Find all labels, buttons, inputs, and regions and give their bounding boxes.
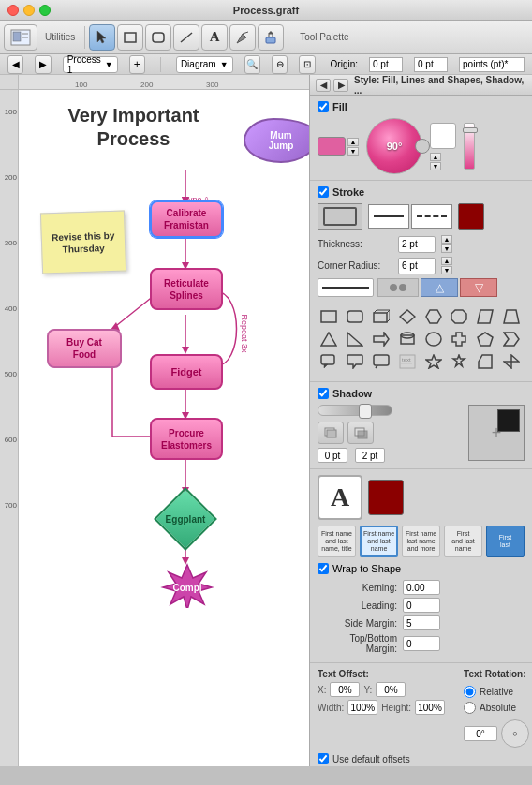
- stroke-checkbox[interactable]: [318, 186, 329, 198]
- view-select[interactable]: Diagram▼: [176, 56, 233, 73]
- text-thumb-1[interactable]: First nameand lastname, title: [318, 526, 356, 557]
- nav-forward[interactable]: ▶: [35, 55, 51, 74]
- compl-container[interactable]: Compl: [150, 563, 225, 608]
- relative-radio[interactable]: [464, 686, 476, 698]
- thickness-stepper[interactable]: ▲ ▼: [441, 235, 452, 253]
- pen-tool[interactable]: [229, 24, 256, 51]
- nav-back[interactable]: ◀: [7, 55, 23, 74]
- shape-callout2[interactable]: [344, 351, 366, 372]
- sticky-note[interactable]: Revise this by Thursday: [40, 210, 126, 274]
- line-style-dropdown[interactable]: [318, 278, 374, 297]
- wrap-checkbox[interactable]: [318, 563, 329, 574]
- kerning-value[interactable]: 0.00: [403, 580, 440, 595]
- fill-white-swatch[interactable]: [430, 123, 456, 149]
- calibrate-shape[interactable]: Calibrate Framistan: [150, 200, 223, 238]
- page-add[interactable]: +: [129, 55, 145, 74]
- shape-rounded-rect[interactable]: [344, 306, 366, 327]
- shape-trapezoid[interactable]: [500, 306, 523, 327]
- text-thumb-3[interactable]: First namelast nameand more: [402, 526, 440, 557]
- shape-callout3[interactable]: [370, 351, 392, 372]
- shape-callout[interactable]: [318, 351, 340, 372]
- stroke-solid-btn[interactable]: [368, 204, 409, 229]
- zoom-out[interactable]: ⊖: [272, 55, 288, 74]
- shape-ellipse[interactable]: [422, 329, 445, 349]
- use-default-checkbox[interactable]: [318, 753, 329, 764]
- corner-radius-up[interactable]: ▲: [441, 257, 452, 265]
- corner-radius-down[interactable]: ▼: [441, 266, 452, 274]
- eggplant-container[interactable]: Eggplant: [157, 491, 214, 547]
- shape-star2[interactable]: [448, 351, 470, 372]
- panel-arrow-left[interactable]: ◀: [316, 79, 331, 92]
- fill-color-stepper[interactable]: ▲ ▼: [347, 138, 359, 156]
- units-field[interactable]: points (pt)*: [459, 57, 525, 72]
- thickness-down[interactable]: ▼: [441, 244, 452, 253]
- rounded-rect-tool[interactable]: [145, 24, 171, 51]
- text-color-swatch[interactable]: [368, 480, 404, 515]
- fill-color-up[interactable]: ▲: [347, 138, 359, 146]
- fill-gradient-circle[interactable]: 90°: [366, 118, 422, 174]
- line-tool[interactable]: [173, 24, 200, 51]
- stroke-dashed-btn[interactable]: [411, 204, 452, 229]
- shape-star[interactable]: [422, 351, 445, 372]
- buy-cat-shape[interactable]: Buy Cat Food: [47, 329, 122, 368]
- shape-parallelogram[interactable]: [474, 306, 496, 327]
- origin-x[interactable]: 0 pt: [369, 57, 403, 72]
- shape-pentagon[interactable]: [474, 329, 496, 349]
- top-bottom-margin-value[interactable]: 0: [403, 636, 440, 651]
- shape-misc2[interactable]: [500, 351, 523, 372]
- bucket-tool[interactable]: [258, 24, 284, 51]
- panel-nav[interactable]: ◀ ▶: [316, 79, 348, 92]
- select-tool[interactable]: [89, 24, 115, 51]
- procure-shape[interactable]: Procure Elastomers: [150, 418, 223, 460]
- shape-triangle[interactable]: [318, 329, 340, 349]
- rotation-dial[interactable]: ○: [501, 719, 529, 748]
- fill-color-down[interactable]: ▼: [347, 147, 359, 156]
- shape-diamond[interactable]: [396, 306, 419, 327]
- shape-arrow-right[interactable]: [370, 329, 392, 349]
- reticulate-shape[interactable]: Reticulate Splines: [150, 268, 223, 310]
- corner-radius-value[interactable]: 6 pt: [398, 258, 436, 274]
- shape-hexagon[interactable]: [422, 306, 445, 327]
- fill-opacity-slider[interactable]: [464, 123, 475, 170]
- fill-gradient-control[interactable]: 90°: [366, 118, 422, 174]
- canvas[interactable]: Very Important Process Mum Jump Revise t…: [19, 90, 309, 766]
- shadow-btn-1[interactable]: [318, 422, 344, 444]
- corner-radius-stepper[interactable]: ▲ ▼: [441, 257, 452, 274]
- shape-octagon[interactable]: [448, 306, 470, 327]
- shape-right-triangle[interactable]: [344, 329, 366, 349]
- shape-cross[interactable]: [448, 329, 470, 349]
- thickness-up[interactable]: ▲: [441, 235, 452, 244]
- text-font-btn[interactable]: A: [318, 475, 362, 520]
- thickness-value[interactable]: 2 pt: [398, 236, 436, 253]
- shadow-btn-2[interactable]: [347, 422, 374, 444]
- panel-arrow-right[interactable]: ▶: [333, 79, 348, 92]
- shape-chevron[interactable]: [500, 329, 523, 349]
- rect-tool[interactable]: [117, 24, 143, 51]
- text-thumb-4[interactable]: Firstand lastname: [444, 526, 482, 557]
- fill-white-stepper[interactable]: ▲ ▼: [430, 153, 441, 170]
- stroke-color-swatch[interactable]: [458, 203, 484, 230]
- rotation-angle-value[interactable]: 0°: [464, 726, 497, 741]
- shadow-offset-1[interactable]: 0 pt: [318, 448, 347, 463]
- offset-h-value[interactable]: 100%: [415, 700, 445, 715]
- leading-value[interactable]: 0: [403, 598, 440, 613]
- canvas-area[interactable]: 100 200 300 100 200 300 400 500 600 700 …: [0, 75, 309, 766]
- minimize-button[interactable]: [23, 5, 35, 16]
- traffic-lights[interactable]: [7, 5, 51, 16]
- fill-white-down[interactable]: ▼: [430, 162, 441, 170]
- line-style-btn2[interactable]: [377, 278, 419, 297]
- shadow-slider[interactable]: [318, 405, 392, 416]
- fit-page[interactable]: ⊡: [299, 55, 315, 74]
- page-select[interactable]: Process 1▼: [63, 56, 118, 73]
- shadow-offset-2[interactable]: 2 pt: [355, 448, 385, 463]
- offset-x-value[interactable]: 0%: [330, 682, 360, 697]
- side-margin-value[interactable]: 5: [403, 615, 440, 630]
- shadow-color-swatch[interactable]: [497, 409, 520, 432]
- shape-misc1[interactable]: [474, 351, 496, 372]
- text-thumb-2[interactable]: First nameand lastname: [360, 526, 398, 557]
- angle-indicator[interactable]: [415, 139, 430, 154]
- arrow-down-btn[interactable]: ▽: [460, 278, 497, 297]
- text-tool[interactable]: A: [201, 24, 228, 51]
- text-thumb-5[interactable]: Firstlast: [486, 526, 525, 557]
- shape-cylinder[interactable]: [396, 329, 419, 349]
